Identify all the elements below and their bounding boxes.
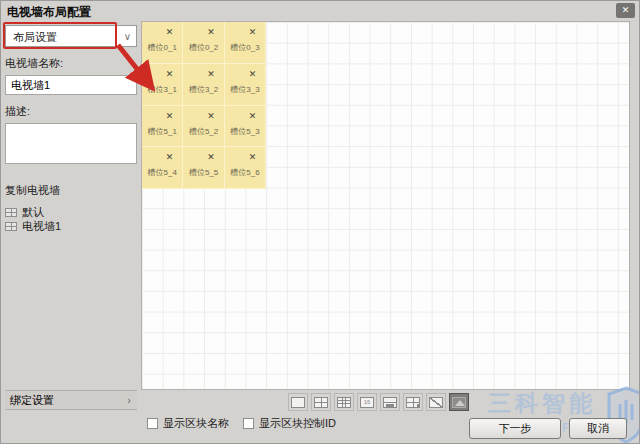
slot-label: 槽位0_2	[183, 42, 223, 53]
show-block-id-option[interactable]: 显示区块控制ID	[243, 416, 336, 431]
slot-cell[interactable]: ✕ 槽位5_1	[142, 106, 183, 148]
layout-mixed-icon[interactable]	[403, 393, 423, 411]
footer-options: 显示区块名称 显示区块控制ID	[147, 416, 336, 431]
remove-slot-icon[interactable]: ✕	[249, 153, 257, 162]
watermark-cn-text: 三科智能	[488, 388, 596, 419]
slot-cell[interactable]: ✕ 槽位0_1	[142, 22, 183, 64]
wall-item-label: 电视墙1	[22, 219, 61, 234]
show-block-name-label: 显示区块名称	[163, 416, 229, 431]
binding-settings-bar[interactable]: 绑定设置 ›	[5, 390, 137, 410]
dialog-title: 电视墙布局配置	[7, 4, 91, 21]
description-label: 描述:	[5, 104, 137, 119]
slot-label: 槽位5_1	[142, 126, 182, 137]
remove-slot-icon[interactable]: ✕	[249, 70, 257, 79]
layout-mode-value: 布局设置	[13, 27, 57, 47]
wall-list-item[interactable]: 电视墙1	[5, 219, 137, 233]
show-block-id-checkbox[interactable]	[243, 418, 254, 429]
remove-slot-icon[interactable]: ✕	[249, 112, 257, 121]
slot-cell[interactable]: ✕ 槽位5_2	[183, 106, 224, 148]
cancel-button[interactable]: 取消	[569, 418, 627, 439]
remove-slot-icon[interactable]: ✕	[207, 70, 215, 79]
slot-cell[interactable]: ✕ 槽位3_1	[142, 64, 183, 106]
slot-label: 槽位5_2	[183, 126, 223, 137]
layout-9-icon[interactable]	[334, 393, 354, 411]
slot-cell[interactable]: ✕ 槽位3_3	[225, 64, 266, 106]
slot-cell[interactable]: ✕ 槽位0_3	[225, 22, 266, 64]
slot-cell[interactable]: ✕ 槽位5_5	[183, 147, 224, 189]
remove-slot-icon[interactable]: ✕	[166, 70, 174, 79]
layout-pip-icon[interactable]	[380, 393, 400, 411]
slot-cell[interactable]: ✕ 槽位3_2	[183, 64, 224, 106]
tv-wall-icon	[5, 222, 17, 231]
remove-slot-icon[interactable]: ✕	[207, 28, 215, 37]
copy-wall-list: 默认 电视墙1	[5, 205, 137, 233]
chevron-right-icon: ›	[127, 391, 131, 410]
copy-wall-label: 复制电视墙	[5, 183, 137, 198]
layout-mode-dropdown[interactable]: 布局设置 ∨	[5, 25, 137, 47]
slot-label: 槽位3_3	[225, 84, 265, 95]
remove-slot-icon[interactable]: ✕	[166, 112, 174, 121]
tv-wall-layout-dialog: 电视墙布局配置 ✕ 布局设置 ∨ 电视墙名称: 描述: 复制电视墙 默认 电视墙…	[0, 0, 640, 444]
binding-settings-label: 绑定设置	[10, 394, 54, 406]
chevron-down-icon: ∨	[124, 27, 131, 47]
slot-label: 槽位3_2	[183, 84, 223, 95]
wall-item-label: 默认	[22, 205, 44, 220]
show-block-id-label: 显示区块控制ID	[259, 416, 336, 431]
sidebar: 布局设置 ∨ 电视墙名称: 描述: 复制电视墙 默认 电视墙1	[5, 25, 137, 233]
remove-slot-icon[interactable]: ✕	[249, 28, 257, 37]
layout-image-icon[interactable]	[449, 393, 469, 411]
remove-slot-icon[interactable]: ✕	[207, 112, 215, 121]
slot-cell[interactable]: ✕ 槽位0_2	[183, 22, 224, 64]
wall-list-item[interactable]: 默认	[5, 205, 137, 219]
layout-16-icon[interactable]: 16	[357, 393, 377, 411]
titlebar: 电视墙布局配置 ✕	[1, 1, 639, 20]
layout-custom-icon[interactable]	[426, 393, 446, 411]
wall-name-label: 电视墙名称:	[5, 56, 137, 71]
slot-cell[interactable]: ✕ 槽位5_6	[225, 147, 266, 189]
slot-label: 槽位5_6	[225, 167, 265, 178]
slot-label: 槽位0_1	[142, 42, 182, 53]
show-block-name-checkbox[interactable]	[147, 418, 158, 429]
show-block-name-option[interactable]: 显示区块名称	[147, 416, 229, 431]
tv-wall-icon	[5, 208, 17, 217]
wall-name-input[interactable]	[5, 75, 137, 95]
layout-1-icon[interactable]	[288, 393, 308, 411]
layout-canvas[interactable]: ✕ 槽位0_1 ✕ 槽位0_2 ✕ 槽位0_3 ✕ 槽位3_1 ✕ 槽位3_2 …	[141, 21, 630, 390]
slot-cell[interactable]: ✕ 槽位5_4	[142, 147, 183, 189]
layout-toolbar: 16	[288, 393, 469, 411]
slot-label: 槽位5_5	[183, 167, 223, 178]
description-input[interactable]	[5, 123, 137, 164]
remove-slot-icon[interactable]: ✕	[166, 153, 174, 162]
layout-4-icon[interactable]	[311, 393, 331, 411]
remove-slot-icon[interactable]: ✕	[166, 28, 174, 37]
slot-label: 槽位0_3	[225, 42, 265, 53]
slot-cell[interactable]: ✕ 槽位5_3	[225, 106, 266, 148]
slot-label: 槽位3_1	[142, 84, 182, 95]
slot-label: 槽位5_4	[142, 167, 182, 178]
slot-label: 槽位5_3	[225, 126, 265, 137]
next-button[interactable]: 下一步	[469, 418, 561, 439]
close-icon[interactable]: ✕	[616, 3, 635, 18]
remove-slot-icon[interactable]: ✕	[207, 153, 215, 162]
slot-grid: ✕ 槽位0_1 ✕ 槽位0_2 ✕ 槽位0_3 ✕ 槽位3_1 ✕ 槽位3_2 …	[142, 22, 266, 189]
